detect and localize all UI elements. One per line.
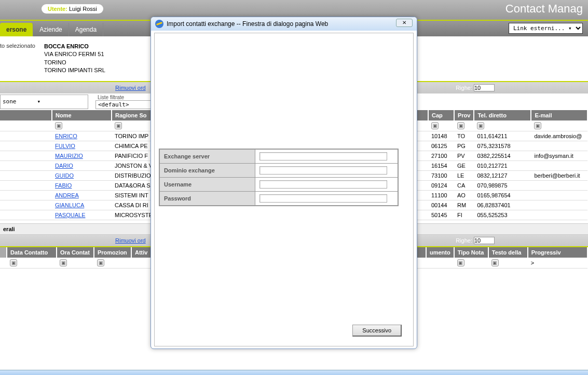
righe-input[interactable] (474, 84, 495, 91)
filter-icon[interactable]: ▣ (10, 259, 17, 266)
nome-link[interactable]: FULVIO (55, 143, 75, 149)
cell-prov: FI (454, 210, 474, 220)
cell-mail (531, 190, 587, 200)
col-tel[interactable]: Tel. diretto (474, 110, 531, 120)
dialog-title: Import contatti exchange -- Finestra di … (167, 20, 328, 28)
progressiv-arrow[interactable]: > (531, 260, 534, 266)
cell-cap: 00144 (428, 200, 454, 210)
label-exchange-server: Exchange server (159, 149, 255, 164)
nome-link[interactable]: MAURIZIO (55, 153, 83, 159)
selected-label: to selezionato (0, 43, 44, 75)
col-cap[interactable]: Cap (428, 110, 454, 120)
cell-prov: GE (454, 160, 474, 170)
label-username: Username (159, 178, 255, 192)
filter-icon[interactable]: ▣ (534, 122, 541, 129)
close-button[interactable]: ✕ (396, 19, 413, 27)
cell-mail: info@sysman.it (531, 151, 587, 160)
filter-icon[interactable]: ▣ (491, 259, 499, 266)
user-pill: Utente: Luigi Rossi (42, 4, 103, 14)
app-title: Contact Manag (505, 2, 583, 16)
col-prov[interactable]: Prov (454, 110, 474, 120)
selected-addr2: TORINO (44, 59, 105, 66)
col-blank[interactable] (0, 110, 52, 120)
cell-tel: 06,82837401 (474, 200, 531, 210)
cell-tel: 0165,987654 (474, 190, 531, 200)
dialog-titlebar: Import contatti exchange -- Finestra di … (151, 17, 417, 31)
cell-tel: 0832,12127 (474, 170, 531, 180)
cell-cap: 11100 (428, 190, 454, 200)
righe-group: Righe: (456, 84, 495, 91)
input-dominio[interactable] (259, 166, 387, 175)
cell-cap: 50145 (428, 210, 454, 220)
filter-icon[interactable]: ▣ (55, 122, 62, 129)
cell-tel: 075,3231578 (474, 141, 531, 151)
col-promozion[interactable]: Promozion (94, 247, 131, 258)
filter-icon[interactable]: ▣ (97, 259, 104, 266)
col-data-contatto[interactable]: Data Contatto (7, 247, 57, 258)
rimuovi-link[interactable]: Rimuovi ord (115, 85, 146, 91)
cell-prov: TO (454, 131, 474, 141)
ie-icon (155, 20, 163, 28)
col-nome[interactable]: Nome (52, 110, 112, 120)
col-umento[interactable]: umento (426, 247, 454, 258)
nome-link[interactable]: ANDREA (55, 192, 79, 198)
col-ora[interactable]: Ora Contat (57, 247, 94, 258)
nome-link[interactable]: PASQUALE (55, 212, 86, 218)
input-password[interactable] (259, 194, 387, 203)
successivo-button[interactable]: Successivo (352, 325, 402, 337)
righe-input-2[interactable] (474, 237, 495, 244)
filtered-list-select[interactable]: <default> (95, 100, 153, 109)
input-exchange-server[interactable] (259, 152, 387, 160)
import-exchange-dialog: Import contatti exchange -- Finestra di … (151, 17, 417, 349)
filter-icon[interactable]: ▣ (477, 122, 484, 129)
filter-icon[interactable]: ▣ (457, 259, 464, 266)
label-password: Password (159, 192, 255, 206)
cell-prov: PG (454, 141, 474, 151)
input-username[interactable] (259, 180, 387, 189)
liste-filtrate-label: Liste filtrate (95, 95, 155, 100)
cell-prov: LE (454, 170, 474, 180)
col-tipo-nota[interactable]: Tipo Nota (454, 247, 488, 258)
cell-mail (531, 200, 587, 210)
nome-link[interactable]: FABIO (55, 182, 72, 189)
col-email[interactable]: E-mail (531, 110, 587, 120)
cell-tel: 070,989875 (474, 180, 531, 190)
cell-prov: RM (454, 200, 474, 210)
cell-cap: 06125 (428, 141, 454, 151)
cell-tel: 011,614211 (474, 131, 531, 141)
filter-icon[interactable]: ▣ (457, 122, 464, 129)
selected-value: BOCCA ENRICO VIA ENRICO FERMI 51 TORINO … (44, 43, 105, 75)
user-label: Utente: (48, 6, 67, 12)
dialog-inner-panel: Exchange server Dominio exchange Usernam… (154, 33, 414, 346)
link-esterni-select[interactable]: Link esterni... ▾ (509, 23, 583, 34)
filter-icon[interactable]: ▣ (60, 259, 67, 266)
col-progressiv[interactable]: Progressiv (528, 247, 587, 258)
list-type-select[interactable]: sone▾ (0, 95, 88, 109)
filter-icon[interactable]: ▣ (115, 122, 122, 129)
cell-cap: 09124 (428, 180, 454, 190)
col-testo[interactable]: Testo della (488, 247, 528, 258)
cell-prov: CA (454, 180, 474, 190)
nome-link[interactable]: DARIO (55, 163, 73, 169)
rimuovi-link-2[interactable]: Rimuovi ord (115, 237, 146, 244)
cell-cap: 16154 (428, 160, 454, 170)
nome-link[interactable]: GIANLUCA (55, 202, 84, 208)
cell-mail (531, 210, 587, 220)
chevron-down-icon: ▾ (37, 98, 41, 105)
filter-icon[interactable]: ▣ (431, 122, 439, 129)
righe-label-2: Righe: (456, 237, 472, 244)
selected-addr1: VIA ENRICO FERMI 51 (44, 50, 105, 58)
nome-link[interactable]: ENRICO (55, 133, 77, 139)
cell-tel: 055,525253 (474, 210, 531, 220)
exchange-form: Exchange server Dominio exchange Usernam… (159, 149, 399, 206)
cell-mail (531, 141, 587, 151)
tab-persone[interactable]: ersone (0, 23, 33, 36)
tab-agenda[interactable]: Agenda (69, 23, 103, 36)
cell-mail: berberi@berberi.it (531, 170, 587, 180)
taskbar (0, 370, 588, 375)
selected-company: TORINO IMPIANTI SRL (44, 66, 105, 74)
dialog-body: Exchange server Dominio exchange Usernam… (151, 31, 417, 349)
user-name: Luigi Rossi (69, 6, 97, 12)
tab-aziende[interactable]: Aziende (33, 23, 69, 36)
nome-link[interactable]: GUIDO (55, 172, 74, 179)
